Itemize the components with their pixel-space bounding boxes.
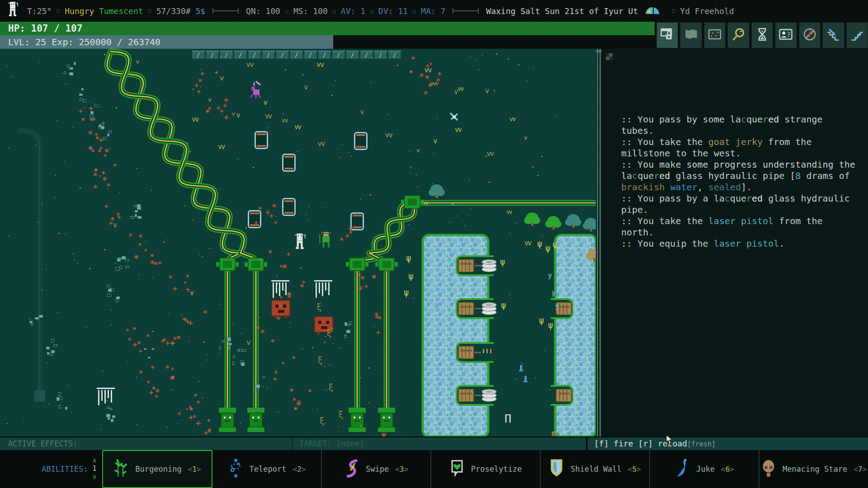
ground-dot [321, 325, 321, 326]
fire-action[interactable]: [f] fire [594, 439, 633, 448]
log-line: :: You take the laser pistol from the no… [621, 216, 858, 238]
message-log: :: You pass by some lacquered strange tu… [621, 114, 858, 249]
grate[interactable] [97, 388, 115, 407]
compass-button[interactable] [799, 22, 821, 48]
ability-name: Juke [696, 465, 715, 474]
blue-soldier-creature[interactable] [524, 376, 528, 382]
ground-dot [259, 259, 261, 260]
purple-insect-creature[interactable] [248, 80, 262, 102]
ruin-cluster [75, 85, 90, 104]
flower: * [214, 69, 218, 77]
flower: + [165, 338, 170, 347]
stairs-down-button[interactable] [822, 22, 844, 48]
flower: * [292, 354, 296, 362]
ground-dot [177, 423, 178, 424]
pager-down-icon[interactable]: ∨ [90, 473, 99, 481]
ability-shield-wall[interactable]: Shield Wall<5> [540, 450, 649, 488]
ground-dot [342, 144, 343, 145]
red-spider-creature[interactable]: Ж [381, 431, 386, 436]
pager-up-icon[interactable]: ∧ [90, 456, 99, 465]
blue-soldier-creature[interactable] [520, 365, 523, 371]
tree-teal[interactable] [430, 184, 443, 198]
game-screen: T:25° ∷ Hungry Tumescent ∷ 57/330# 5$ QN… [0, 0, 868, 488]
panel-divider[interactable] [596, 49, 602, 436]
ground-dot [397, 65, 398, 66]
status-tumescent[interactable]: Tumescent [99, 6, 143, 16]
minimap-button[interactable] [704, 22, 726, 48]
flower: + [188, 318, 193, 328]
ground-dot [107, 400, 108, 401]
ground-dot [470, 56, 471, 57]
ground-dot [168, 314, 169, 314]
wall-tile: / [290, 51, 303, 59]
separator-dots: ∷ [56, 7, 60, 15]
level-bar: LVL: 25 Exp: 250000 / 263740 [0, 35, 333, 49]
ground-dot [219, 304, 220, 305]
door[interactable] [282, 198, 296, 216]
look-button[interactable] [727, 22, 749, 48]
tree-green[interactable] [526, 212, 538, 226]
ability-menacing-stare[interactable]: Menacing Stare<7> [759, 450, 868, 488]
flower: * [270, 337, 275, 347]
panel-grid-icon[interactable] [606, 53, 613, 60]
ground-dot [203, 342, 205, 343]
grass-tuft: v [524, 133, 527, 141]
ability-burgeoning[interactable]: Burgeoning<1> [102, 450, 212, 488]
log-line: :: You take the goat jerky from the mill… [621, 136, 858, 159]
flower: * [176, 333, 181, 343]
white-table[interactable]: Π [505, 412, 511, 425]
ground-dot [89, 268, 90, 269]
orange-creature[interactable]: m [552, 428, 557, 436]
tree-teal[interactable] [585, 218, 596, 231]
tree-tan[interactable] [588, 249, 596, 262]
flower: * [207, 417, 211, 425]
pager-page: 1 [90, 465, 99, 473]
door[interactable] [282, 154, 296, 172]
status-hungry[interactable]: Hungry [65, 6, 94, 16]
flower: * [429, 60, 433, 69]
wait-button[interactable] [751, 22, 773, 48]
ability-name: Swipe [366, 465, 389, 474]
character-sheet-icon [778, 27, 793, 44]
ability-juke[interactable]: Juke<6> [649, 450, 759, 488]
bird-flock[interactable]: ^ ^ ^ [144, 345, 156, 362]
ground-dot [494, 90, 495, 91]
player-character[interactable] [293, 233, 307, 253]
flower: * [428, 82, 432, 90]
ground-dot [360, 426, 361, 427]
grate[interactable] [314, 280, 332, 299]
stairs-up-button[interactable] [846, 22, 868, 48]
goatfolk-creature[interactable] [318, 231, 333, 253]
ground-dot [8, 235, 9, 236]
game-map[interactable]: ///////////////^ ^ ^ЖmΠvvvvvvvvvvvvvvvvv… [0, 49, 596, 436]
moon-phase-icon [644, 5, 660, 17]
ruin-cluster [127, 203, 143, 222]
ground-dot [119, 192, 120, 193]
ability-proselytize[interactable]: Proselytize [430, 450, 540, 488]
lock-interface-button[interactable] [656, 22, 678, 48]
ground-dot [290, 322, 291, 323]
dragonfly-creature[interactable] [448, 111, 460, 125]
world-map-button[interactable] [680, 22, 702, 48]
abilities-pager[interactable]: ∧ 1 ∨ [90, 456, 99, 481]
ground-dot [533, 67, 534, 68]
ground-dot [152, 277, 153, 278]
ability-swipe[interactable]: Swipe<3> [321, 450, 430, 488]
flower: + [224, 112, 229, 122]
ground-dot [537, 175, 538, 176]
reload-action[interactable]: [r] reload [638, 439, 687, 448]
ruin-cluster [43, 338, 58, 357]
tree-green[interactable] [547, 216, 560, 230]
character-sheet-button[interactable] [775, 22, 797, 48]
ability-teleport[interactable]: Teleport<2> [212, 450, 321, 488]
flower: * [158, 260, 162, 268]
reload-status: [fresh] [687, 440, 716, 448]
ruin-cluster [97, 123, 113, 142]
tree-teal[interactable] [567, 214, 580, 228]
ground-dot [285, 69, 286, 70]
flower: * [272, 202, 277, 211]
door[interactable] [354, 132, 368, 150]
door[interactable] [255, 131, 268, 149]
ground-dot [11, 76, 12, 77]
flower: * [132, 325, 137, 334]
